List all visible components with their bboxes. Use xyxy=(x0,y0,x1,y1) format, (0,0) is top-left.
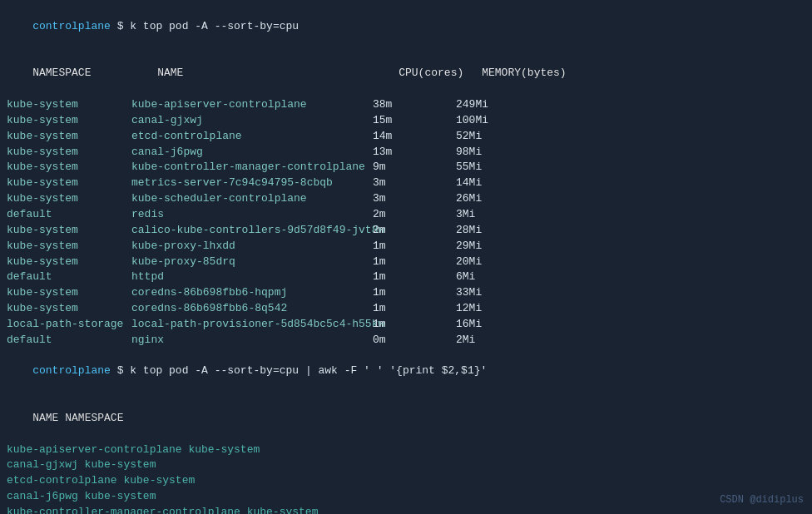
table-row: kube-systemcoredns-86b698fbb6-hqpmj1m33M… xyxy=(7,285,805,301)
awk-row: kube-controller-manager-controlplane kub… xyxy=(7,505,805,514)
prompt-1: controlplane xyxy=(32,20,111,32)
table-row: kube-systemkube-scheduler-controlplane3m… xyxy=(7,191,805,207)
table1-header: NAMESPACENAMECPU(cores)MEMORY(bytes) xyxy=(7,51,805,98)
table-row: defaulthttpd1m6Mi xyxy=(7,269,805,285)
table-row: local-path-storagelocal-path-provisioner… xyxy=(7,317,805,333)
table-row: kube-systemkube-proxy-85drq1m20Mi xyxy=(7,255,805,270)
table-row: defaultredis2m3Mi xyxy=(7,207,805,223)
awk-row: canal-gjxwj kube-system xyxy=(7,457,805,473)
table-row: kube-systemetcd-controlplane14m52Mi xyxy=(7,129,805,145)
table-row: kube-systemcanal-gjxwj15m100Mi xyxy=(7,113,805,129)
table-row: kube-systemcanal-j6pwg13m98Mi xyxy=(7,145,805,161)
awk-row: etcd-controlplane kube-system xyxy=(7,473,805,489)
awk-row: canal-j6pwg kube-system xyxy=(7,489,805,505)
table-row: kube-systemkube-controller-manager-contr… xyxy=(7,160,805,175)
table-row: kube-systemkube-apiserver-controlplane38… xyxy=(7,97,805,113)
table2-header: NAME NAMESPACE xyxy=(7,395,805,442)
command-line-1: controlplane $ k top pod -A --sort-by=cp… xyxy=(7,3,805,51)
table-row: kube-systemcoredns-86b698fbb6-8q5421m12M… xyxy=(7,301,805,317)
table-row: defaultnginx0m2Mi xyxy=(7,333,805,348)
table-row: kube-systemcalico-kube-controllers-9d57d… xyxy=(7,223,805,239)
awk-row: kube-apiserver-controlplane kube-system xyxy=(7,442,805,458)
watermark: CSDN @didiplus xyxy=(720,493,804,507)
table-row: kube-systemkube-proxy-lhxdd1m29Mi xyxy=(7,239,805,255)
table-row: kube-systemmetrics-server-7c94c94795-8cb… xyxy=(7,175,805,191)
command-line-2: controlplane $ k top pod -A --sort-by=cp… xyxy=(7,348,805,396)
terminal: controlplane $ k top pod -A --sort-by=cp… xyxy=(0,0,812,514)
